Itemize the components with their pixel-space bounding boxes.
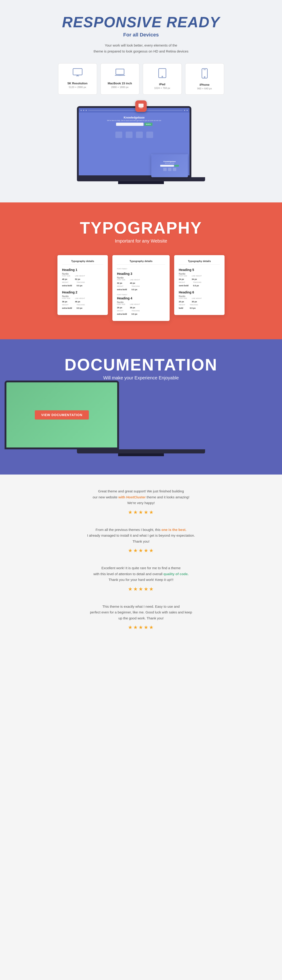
doc-screen-content: VIEW DOCUMENTATION <box>6 382 117 447</box>
typography-section: TYPOGRAPHY Important for any Website Typ… <box>0 202 282 339</box>
responsive-description: Your work will look better, every elemen… <box>5 42 277 54</box>
testimonial-3-highlight: quality of code. <box>163 572 189 576</box>
svg-rect-11 <box>138 103 144 107</box>
testimonial-4-text: This theme is exactly what I need. Easy … <box>61 604 221 621</box>
testimonial-1-stars: ★★★★★ <box>61 509 221 515</box>
testimonial-2-text: From all the previous themes I bought, t… <box>61 527 221 544</box>
testimonial-4-stars: ★★★★★ <box>61 624 221 630</box>
device-card-5k: 5K Resolution 5120 × 2880 px <box>58 63 97 95</box>
monitor-icon <box>64 68 91 79</box>
device-card-ipad: iPad 1024 × 768 px <box>143 63 182 95</box>
laptop-stand <box>118 181 164 184</box>
phone-icon <box>191 68 218 81</box>
floating-app-icon <box>135 100 147 112</box>
doc-laptop-container: VIEW DOCUMENTATION <box>5 380 277 456</box>
device-card-macbook: MacBook 15 inch 2880 × 1800 px <box>100 63 139 95</box>
svg-point-9 <box>204 76 205 78</box>
documentation-section: DOCUMENTATION Will make your Experience … <box>0 339 282 474</box>
svg-rect-12 <box>139 108 143 108</box>
svg-rect-3 <box>116 69 124 75</box>
typo-card-2: Typography details FONT FAMILY Heading 3… <box>112 255 170 321</box>
laptop-icon <box>106 68 133 79</box>
svg-rect-0 <box>73 68 82 75</box>
typo-card-1: Typography details Heading 1 Nunito FONT… <box>57 255 108 315</box>
laptop-base <box>77 177 205 181</box>
doc-laptop-stand <box>118 453 164 456</box>
typography-cards-row: Typography details Heading 1 Nunito FONT… <box>5 255 277 321</box>
responsive-subtitle: For all Devices <box>5 32 277 38</box>
responsive-title: RESPONSIVE READY <box>5 14 277 31</box>
device-icons-row: 5K Resolution 5120 × 2880 px MacBook 15 … <box>5 63 277 95</box>
typography-subtitle: Important for any Website <box>5 239 277 244</box>
testimonial-3: Excellent work! It is quite rare for me … <box>61 565 221 592</box>
documentation-subtitle: Will make your Experience Enjoyable <box>5 375 277 380</box>
testimonial-1-highlight: with HostCluster <box>118 495 146 499</box>
documentation-title: DOCUMENTATION <box>5 355 277 374</box>
device-card-iphone: iPhone 960 × 640 px <box>185 63 224 95</box>
svg-point-7 <box>162 76 163 77</box>
testimonial-4: This theme is exactly what I need. Easy … <box>61 604 221 631</box>
overlay-tablet-screen: Knowledgebase We're here to help <box>151 154 188 177</box>
tablet-icon <box>149 68 176 80</box>
testimonial-3-text: Excellent work! It is quite rare for me … <box>61 565 221 583</box>
testimonial-2-highlight: one is the best. <box>162 528 186 531</box>
testimonial-1-text: Great theme and great support! We just f… <box>61 488 221 506</box>
responsive-section: RESPONSIVE READY For all Devices Your wo… <box>0 0 282 202</box>
laptop-showcase: Knowledgebase We're here to help. Get in… <box>5 106 277 184</box>
testimonials-section: Great theme and great support! We just f… <box>0 474 282 660</box>
view-documentation-button[interactable]: VIEW DOCUMENTATION <box>35 410 89 420</box>
testimonial-2-stars: ★★★★★ <box>61 548 221 554</box>
testimonial-1: Great theme and great support! We just f… <box>61 488 221 515</box>
typography-title: TYPOGRAPHY <box>5 218 277 237</box>
doc-laptop-base <box>77 449 205 453</box>
typo-card-3: Typography details Heading 5 Nunito FONT… <box>174 255 225 315</box>
doc-laptop-screen: VIEW DOCUMENTATION <box>5 380 119 449</box>
testimonial-2: From all the previous themes I bought, t… <box>61 527 221 554</box>
testimonial-3-stars: ★★★★★ <box>61 586 221 592</box>
